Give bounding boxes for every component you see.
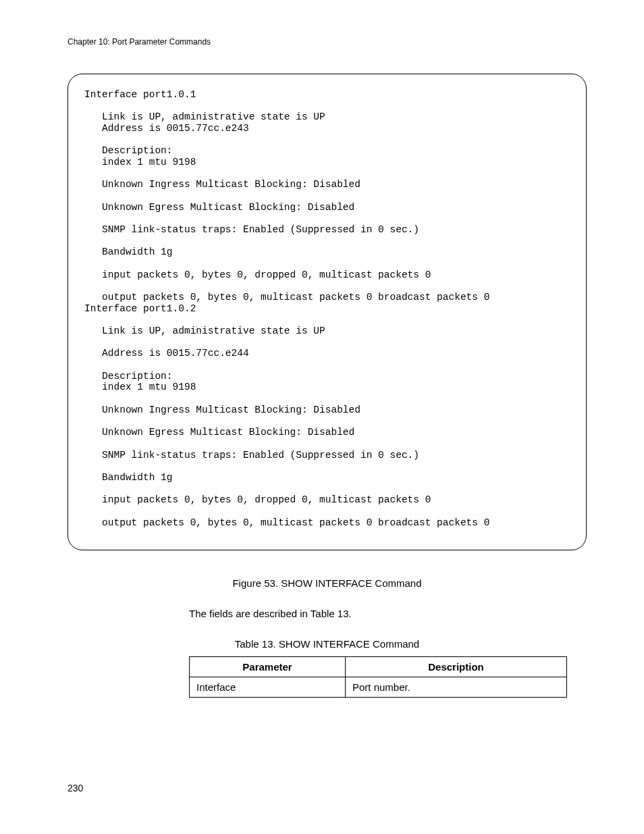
page-number: 230 (68, 783, 83, 793)
body-paragraph: The fields are described in Table 13. (68, 608, 587, 619)
table-cell-description: Port number. (346, 677, 567, 698)
figure-caption: Figure 53. SHOW INTERFACE Command (68, 577, 587, 589)
code-output-block: Interface port1.0.1 Link is UP, administ… (68, 74, 587, 550)
table-caption: Table 13. SHOW INTERFACE Command (68, 638, 587, 650)
table-cell-parameter: Interface (190, 677, 346, 698)
table-row: Interface Port number. (190, 677, 567, 698)
table-header-parameter: Parameter (190, 657, 346, 677)
table-header-row: Parameter Description (190, 657, 567, 677)
parameter-table: Parameter Description Interface Port num… (189, 656, 567, 698)
chapter-header: Chapter 10: Port Parameter Commands (68, 37, 587, 47)
table-header-description: Description (346, 657, 567, 677)
